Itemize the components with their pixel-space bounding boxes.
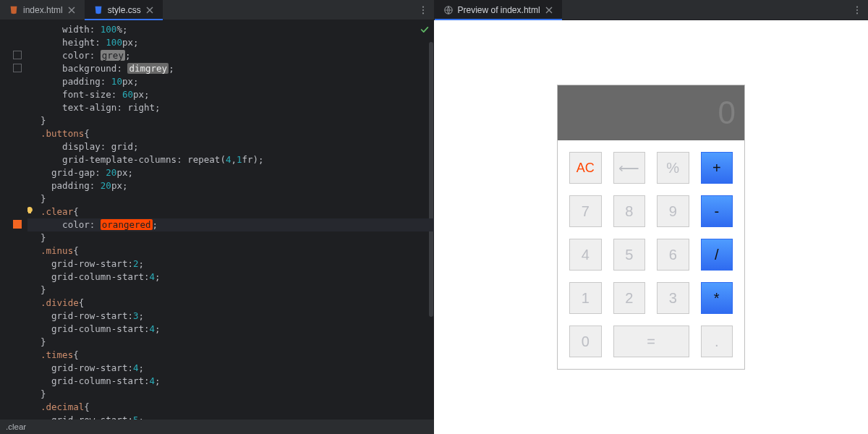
code-line[interactable]: color: grey; <box>27 49 434 62</box>
calc-digit-4[interactable]: 4 <box>569 239 602 271</box>
preview-pane: 0 AC⟵%+789-456/123*0=. <box>434 20 868 434</box>
code-line[interactable]: } <box>27 192 434 205</box>
code-line[interactable]: grid-row-start:4; <box>27 362 434 375</box>
code-line[interactable]: } <box>27 231 434 244</box>
calculator-display: 0 <box>558 85 744 140</box>
code-line[interactable]: grid-row-start:2; <box>27 258 434 271</box>
calc-plus-button[interactable]: + <box>701 152 733 184</box>
close-icon[interactable] <box>145 6 154 14</box>
preview-tab-actions[interactable] <box>846 0 868 20</box>
code-line[interactable]: height: 100px; <box>27 36 434 49</box>
gutter-color-swatch[interactable] <box>13 64 22 72</box>
status-breadcrumb: .clear <box>6 422 26 431</box>
calc-digit-0[interactable]: 0 <box>569 326 602 357</box>
tab-style-css[interactable]: style.css <box>85 0 163 20</box>
calc-divide-button[interactable]: / <box>701 239 733 271</box>
code-line[interactable]: grid-row-start:5; <box>27 414 434 420</box>
code-line[interactable]: .buttons{ <box>27 127 434 140</box>
calc-decimal-button[interactable]: . <box>701 326 733 357</box>
css-icon <box>93 5 103 15</box>
code-line[interactable]: } <box>27 388 434 401</box>
code-line[interactable]: .decimal{ <box>27 401 434 414</box>
tab-bar: index.htmlstyle.css Preview of index.htm… <box>0 0 868 20</box>
calc-times-button[interactable]: * <box>701 282 733 314</box>
code-line[interactable]: } <box>27 114 434 127</box>
code-line[interactable]: font-size: 60px; <box>27 88 434 101</box>
code-line[interactable]: width: 100%; <box>27 23 434 36</box>
intention-bulb-icon[interactable] <box>27 205 35 216</box>
more-vertical-icon <box>418 5 428 15</box>
calc-digit-5[interactable]: 5 <box>613 239 646 271</box>
gutter-color-swatch[interactable] <box>13 51 22 59</box>
code-line[interactable]: } <box>27 336 434 349</box>
calc-digit-6[interactable]: 6 <box>657 239 689 271</box>
editor-pane: width: 100%; height: 100px; color: grey;… <box>0 20 434 434</box>
gutter-color-swatch[interactable] <box>13 220 22 229</box>
code-line[interactable]: grid-column-start:4; <box>27 323 434 336</box>
code-area[interactable]: width: 100%; height: 100px; color: grey;… <box>27 20 434 420</box>
calc-minus-button[interactable]: - <box>701 195 733 227</box>
calc-digit-9[interactable]: 9 <box>657 195 689 227</box>
calc-digit-2[interactable]: 2 <box>613 282 646 314</box>
code-line[interactable]: .clear{ <box>27 205 434 218</box>
split-view: width: 100%; height: 100px; color: grey;… <box>0 20 868 434</box>
tab-label: style.css <box>108 5 141 15</box>
code-line[interactable]: text-align: right; <box>27 101 434 114</box>
calculator-display-value: 0 <box>718 95 736 131</box>
calculator-button-grid: AC⟵%+789-456/123*0=. <box>558 140 744 369</box>
code-line[interactable]: grid-column-start:4; <box>27 375 434 388</box>
code-line[interactable]: grid-row-start:3; <box>27 310 434 323</box>
tab-index-html[interactable]: index.html <box>0 0 85 20</box>
code-line[interactable]: display: grid; <box>27 140 434 153</box>
tab-label: Preview of index.html <box>458 5 540 15</box>
status-bar: .clear <box>0 420 434 434</box>
close-icon[interactable] <box>67 6 76 14</box>
svg-point-4 <box>856 6 858 7</box>
calc-digit-7[interactable]: 7 <box>569 195 602 227</box>
code-line[interactable]: color: orangered; <box>27 218 434 231</box>
preview-content: 0 AC⟵%+789-456/123*0=. <box>434 20 868 434</box>
calculator: 0 AC⟵%+789-456/123*0=. <box>557 85 745 370</box>
code-line[interactable]: } <box>27 284 434 297</box>
svg-point-0 <box>422 6 423 7</box>
code-line[interactable]: grid-column-start:4; <box>27 271 434 284</box>
code-line[interactable]: grid-gap: 20px; <box>27 166 434 179</box>
calc-digit-3[interactable]: 3 <box>657 282 689 314</box>
preview-tab-group: Preview of index.html <box>434 0 869 20</box>
close-icon[interactable] <box>545 6 553 14</box>
more-vertical-icon <box>852 5 862 15</box>
tab-preview-of-index-html[interactable]: Preview of index.html <box>435 0 562 20</box>
html-icon <box>9 5 19 15</box>
code-line[interactable]: .minus{ <box>27 244 434 258</box>
svg-point-6 <box>856 12 858 14</box>
code-line[interactable]: padding: 10px; <box>27 75 434 88</box>
tab-label: index.html <box>23 5 63 15</box>
svg-point-2 <box>422 12 423 14</box>
code-line[interactable]: padding: 20px; <box>27 179 434 192</box>
calc-clear-button[interactable]: AC <box>569 152 602 184</box>
calc-percent-button[interactable]: % <box>657 152 689 184</box>
globe-icon <box>443 5 454 15</box>
code-editor[interactable]: width: 100%; height: 100px; color: grey;… <box>0 20 434 420</box>
calc-digit-8[interactable]: 8 <box>613 195 646 227</box>
calc-backspace-button[interactable]: ⟵ <box>613 152 646 184</box>
code-line[interactable]: .divide{ <box>27 297 434 310</box>
svg-point-1 <box>422 9 423 10</box>
calc-digit-1[interactable]: 1 <box>569 282 602 314</box>
code-line[interactable]: grid-template-columns: repeat(4,1fr); <box>27 153 434 166</box>
gutter <box>0 20 27 420</box>
editor-tab-actions[interactable] <box>412 0 434 20</box>
calc-equals-button[interactable]: = <box>613 326 689 357</box>
svg-point-5 <box>856 9 858 10</box>
editor-tab-group: index.htmlstyle.css <box>0 0 434 20</box>
code-line[interactable]: background: dimgrey; <box>27 62 434 75</box>
code-line[interactable]: .times{ <box>27 349 434 362</box>
